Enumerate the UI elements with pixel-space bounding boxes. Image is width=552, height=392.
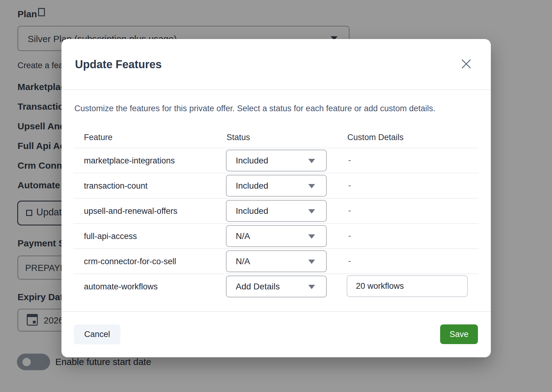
table-row: automate-workflows Add Details — [73, 274, 479, 299]
custom-details-empty: - — [348, 231, 351, 241]
status-select[interactable]: Included — [226, 175, 327, 197]
close-button[interactable] — [459, 57, 473, 71]
status-select-value: Add Details — [236, 282, 280, 292]
custom-details-empty: - — [348, 155, 351, 165]
status-select[interactable]: Add Details — [226, 276, 327, 297]
save-button[interactable]: Save — [440, 324, 478, 344]
table-row: transaction-count Included - — [73, 173, 479, 198]
modal-title: Update Features — [75, 58, 162, 71]
custom-details-empty: - — [348, 181, 351, 190]
caret-down-icon — [308, 184, 315, 188]
custom-details-empty: - — [348, 256, 351, 266]
custom-details-input[interactable] — [347, 275, 468, 297]
status-select[interactable]: N/A — [226, 225, 327, 247]
custom-details-empty: - — [348, 206, 351, 215]
table-row: marketplace-integrations Included - — [73, 148, 479, 173]
status-select-value: N/A — [236, 257, 250, 266]
feature-name: upsell-and-renewal-offers — [84, 206, 177, 216]
status-select[interactable]: N/A — [226, 250, 327, 272]
caret-down-icon — [308, 159, 315, 163]
update-features-modal: Update Features Customize the features f… — [61, 39, 491, 357]
caret-down-icon — [308, 209, 315, 214]
cancel-button[interactable]: Cancel — [74, 324, 120, 344]
feature-name: transaction-count — [84, 181, 148, 191]
caret-down-icon — [308, 234, 315, 239]
status-select-value: Included — [236, 181, 268, 191]
caret-down-icon — [308, 260, 315, 264]
feature-name: marketplace-integrations — [84, 156, 175, 166]
status-select-value: N/A — [236, 231, 250, 241]
status-select[interactable]: Included — [226, 150, 327, 171]
footer-divider — [61, 311, 491, 312]
table-row: upsell-and-renewal-offers Included - — [73, 198, 479, 224]
caret-down-icon — [308, 285, 315, 289]
feature-name: crm-connector-for-co-sell — [84, 257, 176, 266]
header-divider — [61, 89, 491, 90]
table-row: crm-connector-for-co-sell N/A - — [73, 249, 479, 274]
status-select-value: Included — [236, 156, 268, 166]
column-header-custom-details: Custom Details — [347, 133, 404, 142]
close-icon — [459, 57, 473, 71]
status-select[interactable]: Included — [226, 200, 327, 222]
column-header-feature: Feature — [84, 133, 112, 142]
feature-name: automate-workflows — [84, 282, 158, 292]
column-header-status: Status — [227, 133, 250, 142]
modal-description: Customize the features for this private … — [74, 104, 436, 113]
feature-name: full-api-access — [84, 232, 137, 241]
status-select-value: Included — [236, 206, 268, 216]
table-row: full-api-access N/A - — [73, 223, 479, 249]
